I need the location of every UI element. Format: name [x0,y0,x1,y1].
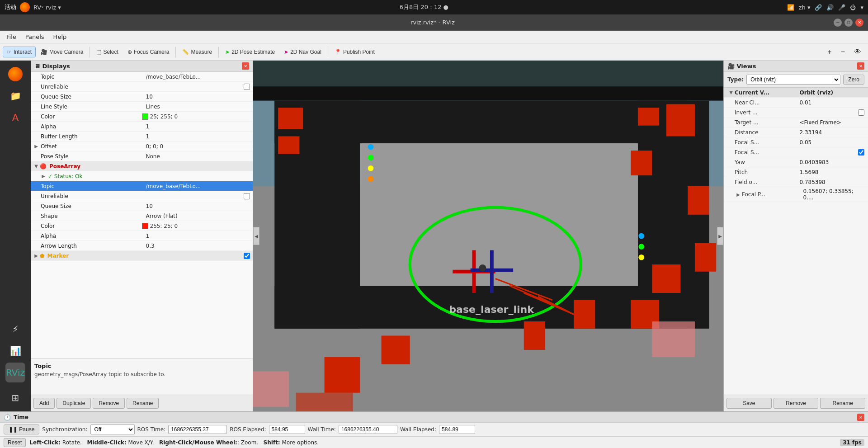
views-row[interactable]: Focal S... 0.05 [724,137,868,147]
views-row[interactable]: Invert ... [724,108,868,118]
views-save-button[interactable]: Save [726,398,772,409]
tree-value: 10 [146,203,251,209]
views-row[interactable]: Yaw 0.0403983 [724,157,868,167]
view-options-button[interactable]: 👁 [850,46,865,58]
wall-elapsed-input[interactable] [439,425,475,434]
maximize-button[interactable]: □ [844,19,853,27]
menu-file[interactable]: File [3,32,20,42]
zoom-in-button[interactable]: + [823,46,835,58]
views-row[interactable]: Field o... 0.785398 [724,177,868,187]
sidebar-icon-files[interactable]: 📁 [5,86,25,106]
add-button[interactable]: Add [33,398,55,409]
tree-row[interactable]: ▶ Offset 0; 0; 0 [31,141,253,151]
type-select[interactable]: Orbit (rviz) [746,75,840,85]
views-row[interactable]: Distance 2.33194 [724,127,868,137]
reset-button[interactable]: Reset [4,438,26,447]
firefox-icon[interactable] [20,2,30,12]
views-rename-button[interactable]: Rename [820,398,865,409]
status-row[interactable]: ▶ ✓ Status: Ok [31,171,253,181]
interact-button[interactable]: ☞ Interact [3,47,36,57]
minimize-button[interactable]: ─ [834,19,842,27]
toolbar: ☞ Interact 🎥 Move Camera ⬚ Select ⊕ Focu… [0,43,868,61]
zh-indicator[interactable]: zh ▾ [799,4,811,11]
duplicate-button[interactable]: Duplicate [57,398,91,409]
views-row[interactable]: ▶ Focal P... 0.15607; 0.33855; 0.... [724,187,868,202]
viewport[interactable]: base_laser_link ◀ ▶ [253,61,723,411]
tree-row[interactable]: Color 255; 25; 0 [31,221,253,231]
close-button[interactable]: ✕ [855,19,863,27]
pose-array-section[interactable]: ▼ 🔴 PoseArray [31,161,253,171]
power-icon[interactable]: ⏻ [850,4,856,11]
nav-goal-button[interactable]: ➤ 2D Nav Goal [280,47,326,57]
unreliable-checkbox-1[interactable] [244,84,250,90]
tree-row[interactable]: Buffer Length 1 [31,132,253,141]
view-value: 0.01 [800,99,865,106]
publish-point-button[interactable]: 📍 Publish Point [330,47,379,57]
measure-button[interactable]: 📏 Measure [178,47,216,57]
menu-help[interactable]: Help [50,32,71,42]
wall-time-input[interactable] [339,425,397,434]
sidebar-icon-rviz[interactable]: RViz [5,363,25,382]
tree-row[interactable]: Alpha 1 [31,122,253,132]
move-camera-button[interactable]: 🎥 Move Camera [37,47,87,57]
tree-value: 0; 0; 0 [146,143,251,150]
time-panel-close[interactable]: ✕ [857,414,864,421]
focus-camera-button[interactable]: ⊕ Focus Camera [123,47,174,57]
sidebar-icon-terminal[interactable]: ⚡ [5,319,25,339]
views-row[interactable]: Near Cl... 0.01 [724,98,868,108]
menu-panels[interactable]: Panels [22,32,48,42]
sync-select[interactable]: Off Exact Approximate [90,424,135,434]
wall-elapsed-label: Wall Elapsed: [400,426,436,433]
tree-row[interactable]: Queue Size 10 [31,201,253,211]
collapse-right-button[interactable]: ▶ [717,227,723,245]
svg-point-30 [479,264,486,272]
tree-row[interactable]: Alpha 1 [31,231,253,241]
sidebar-icon-appstore[interactable]: A [5,108,25,127]
sidebar-icon-monitor[interactable]: 📊 [5,341,25,361]
tree-label-topic: Topic [40,183,146,189]
current-view-section[interactable]: ▼ Current V... Orbit (rviz) [724,88,868,98]
views-row[interactable]: Focal S... [724,147,868,157]
remove-button[interactable]: Remove [93,398,125,409]
views-panel-close[interactable]: ✕ [857,62,864,70]
focal-s-checkbox[interactable] [858,149,864,156]
tree-label: Queue Size [40,203,146,209]
displays-panel-close[interactable]: ✕ [242,62,249,70]
sidebar-icon-firefox[interactable] [5,64,25,84]
tree-row[interactable]: Queue Size 10 [31,92,253,102]
views-remove-button[interactable]: Remove [774,398,819,409]
view-label: Distance [735,129,800,136]
sidebar-icon-grid[interactable]: ⊞ [5,388,25,408]
tree-row[interactable]: Line Style Lines [31,102,253,112]
topic-selected-row[interactable]: Topic /move_base/TebLo... [31,181,253,191]
tree-row[interactable]: Shape Arrow (Flat) [31,211,253,221]
marker-checkbox[interactable] [244,253,250,259]
views-row[interactable]: Pitch 1.5698 [724,167,868,177]
ros-elapsed-input[interactable] [269,425,305,434]
tree-value: Lines [146,104,251,110]
zoom-out-button[interactable]: − [837,46,849,58]
zero-button[interactable]: Zero [843,75,864,85]
select-button[interactable]: ⬚ Select [92,47,122,57]
rename-button[interactable]: Rename [127,398,159,409]
tree-row[interactable]: Color 25; 255; 0 [31,112,253,122]
tree-row[interactable]: Pose Style None [31,151,253,161]
invert-checkbox[interactable] [858,109,864,116]
tree-row[interactable]: Arrow Length 0.3 [31,241,253,251]
tree-row[interactable]: Unreliable [31,191,253,201]
collapse-left-button[interactable]: ◀ [253,227,259,245]
pause-button[interactable]: ❚❚ Pause [4,424,39,434]
ros-time-input[interactable] [168,425,227,434]
status-label: ✓ Status: Ok [47,173,251,179]
svg-marker-9 [666,104,695,136]
tree-row[interactable]: Unreliable [31,82,253,92]
files-icon: 📁 [10,90,21,101]
pose-estimate-button[interactable]: ➤ 2D Pose Estimate [221,47,279,57]
tree-row[interactable]: Topic /move_base/TebLo... [31,72,253,82]
view-label: Target ... [735,119,800,126]
type-label: Type: [727,76,744,83]
marker-section[interactable]: ▶ ⬟ Marker [31,251,253,261]
unreliable-checkbox-2[interactable] [244,193,250,199]
views-row[interactable]: Target ... <Fixed Frame> [724,118,868,127]
rviz-app-label: RVᵛ rviz ▾ [33,4,61,11]
